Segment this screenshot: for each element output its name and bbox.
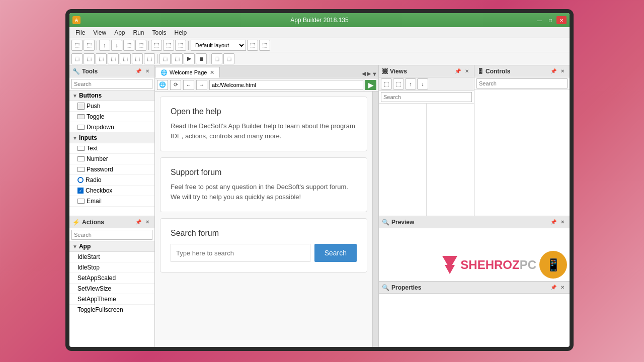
list-item[interactable]: Dropdown bbox=[69, 122, 154, 133]
list-item[interactable]: SetAppScaled bbox=[69, 273, 154, 284]
tb-btn-2[interactable]: ⬚ bbox=[84, 40, 95, 51]
url-forward-btn[interactable]: → bbox=[196, 80, 207, 90]
url-input[interactable] bbox=[209, 80, 363, 90]
list-item[interactable]: Toggle bbox=[69, 112, 154, 122]
search-forum-title: Search forum bbox=[171, 229, 357, 238]
list-item[interactable]: IdleStop bbox=[69, 262, 154, 273]
tb-btn-5[interactable]: ⬚ bbox=[151, 40, 162, 51]
app-actions-section[interactable]: ▼ App bbox=[69, 241, 154, 252]
tb2-btn-9[interactable]: ⬚ bbox=[172, 53, 183, 64]
layout-dropdown[interactable]: Default layout bbox=[191, 40, 246, 51]
tb-btn-3[interactable]: ⬚ bbox=[123, 40, 134, 51]
maximize-button[interactable]: □ bbox=[545, 16, 555, 24]
support-card: Support forum Feel free to post any ques… bbox=[160, 157, 367, 212]
url-icon-btn[interactable]: 🌐 bbox=[157, 80, 168, 90]
tb2-btn-8[interactable]: ⬚ bbox=[159, 53, 171, 64]
menu-run[interactable]: Run bbox=[129, 28, 148, 37]
views-tb-btn-down[interactable]: ↓ bbox=[417, 78, 428, 89]
minimize-button[interactable]: — bbox=[534, 16, 544, 24]
tb-btn-9[interactable]: ⬚ bbox=[259, 40, 270, 51]
tb-sep-2 bbox=[148, 41, 149, 50]
center-panel: 🌐 Welcome Page ✕ ◀ ▶ ▼ 🌐 ⟳ ← → bbox=[155, 65, 378, 347]
list-item[interactable]: Password bbox=[69, 164, 154, 175]
actions-search-input[interactable] bbox=[71, 230, 152, 240]
logo-circle-icon: 📱 bbox=[539, 251, 567, 279]
tb2-btn-12[interactable]: ⬚ bbox=[211, 53, 222, 64]
views-tb-btn-up[interactable]: ↑ bbox=[405, 78, 416, 89]
tb-btn-8[interactable]: ⬚ bbox=[247, 40, 258, 51]
tb2-btn-2[interactable]: ⬚ bbox=[84, 53, 95, 64]
menu-help[interactable]: Help bbox=[171, 28, 191, 37]
number-label: Number bbox=[87, 155, 108, 162]
views-tb-btn-1[interactable]: ⬚ bbox=[381, 78, 392, 89]
main-toolbar: ⬚ ⬚ ↑ ↓ ⬚ ⬚ ⬚ ⬚ ⬚ Default layout ⬚ ⬚ bbox=[69, 38, 570, 52]
url-refresh-btn[interactable]: ⟳ bbox=[170, 80, 181, 90]
menu-tools[interactable]: Tools bbox=[148, 28, 171, 37]
tools-search-input[interactable] bbox=[71, 79, 152, 89]
inputs-section[interactable]: ▼ Inputs bbox=[69, 133, 154, 143]
tb-btn-4[interactable]: ⬚ bbox=[135, 40, 146, 51]
views-pin-btn[interactable]: 📌 bbox=[454, 67, 462, 75]
idlestop-label: IdleStop bbox=[77, 264, 100, 271]
forum-search-button[interactable]: Search bbox=[314, 244, 357, 262]
tab-welcome-close[interactable]: ✕ bbox=[210, 69, 214, 76]
url-bar: 🌐 ⟳ ← → ▶ bbox=[155, 78, 378, 92]
menu-app[interactable]: App bbox=[110, 28, 129, 37]
tab-nav-right[interactable]: ▶ bbox=[367, 70, 371, 77]
tab-nav-left[interactable]: ◀ bbox=[362, 70, 366, 77]
list-item[interactable]: SetViewSize bbox=[69, 284, 154, 294]
search-forum-card: Search forum Search bbox=[160, 218, 367, 273]
tb2-btn-13[interactable]: ⬚ bbox=[223, 53, 234, 64]
properties-pin-btn[interactable]: 📌 bbox=[549, 284, 557, 292]
views-search-input[interactable] bbox=[381, 92, 472, 102]
controls-pin-btn[interactable]: 📌 bbox=[549, 67, 557, 75]
tb-btn-down[interactable]: ↓ bbox=[111, 40, 122, 51]
views-tb-btn-2[interactable]: ⬚ bbox=[393, 78, 404, 89]
preview-close-btn[interactable]: ✕ bbox=[558, 218, 567, 226]
tb-btn-6[interactable]: ⬚ bbox=[163, 40, 174, 51]
list-item[interactable]: Text bbox=[69, 143, 154, 154]
list-item[interactable]: SetAppTheme bbox=[69, 294, 154, 305]
tab-welcome[interactable]: 🌐 Welcome Page ✕ bbox=[155, 67, 220, 78]
list-item[interactable]: Push bbox=[69, 101, 154, 112]
tools-pin-btn[interactable]: 📌 bbox=[134, 67, 142, 75]
tools-close-btn[interactable]: ✕ bbox=[143, 67, 151, 75]
tb2-btn-4[interactable]: ⬚ bbox=[108, 53, 119, 64]
tb2-btn-10[interactable]: ▶ bbox=[184, 53, 195, 64]
preview-pin-btn[interactable]: 📌 bbox=[549, 218, 557, 226]
list-item[interactable]: ToggleFullscreen bbox=[69, 305, 154, 315]
list-item[interactable]: Radio bbox=[69, 175, 154, 186]
preview-icon: 🔍 bbox=[382, 219, 389, 226]
page-scrollbar[interactable] bbox=[372, 92, 378, 347]
tb-btn-1[interactable]: ⬚ bbox=[71, 40, 83, 51]
actions-pin-btn[interactable]: 📌 bbox=[134, 218, 142, 226]
forum-search-input[interactable] bbox=[171, 244, 310, 262]
tb2-btn-3[interactable]: ⬚ bbox=[96, 53, 107, 64]
actions-close-btn[interactable]: ✕ bbox=[143, 218, 151, 226]
menu-file[interactable]: File bbox=[71, 28, 89, 37]
tb2-btn-5[interactable]: ⬚ bbox=[120, 53, 131, 64]
close-button[interactable]: ✕ bbox=[556, 16, 567, 24]
url-go-btn[interactable]: ▶ bbox=[365, 80, 376, 90]
controls-search-input[interactable] bbox=[476, 78, 568, 88]
tb2-btn-6[interactable]: ⬚ bbox=[132, 53, 143, 64]
views-title: 🖼 Views bbox=[382, 68, 407, 75]
views-close-btn[interactable]: ✕ bbox=[463, 67, 471, 75]
list-item[interactable]: IdleStart bbox=[69, 252, 154, 262]
tb-btn-up[interactable]: ↑ bbox=[99, 40, 110, 51]
list-item[interactable]: Number bbox=[69, 154, 154, 164]
controls-close-btn[interactable]: ✕ bbox=[558, 67, 567, 75]
tab-nav-menu[interactable]: ▼ bbox=[372, 71, 377, 77]
list-item[interactable]: ✓ Checkbox bbox=[69, 186, 154, 196]
tb-btn-7[interactable]: ⬚ bbox=[175, 40, 186, 51]
url-back-btn[interactable]: ← bbox=[183, 80, 194, 90]
tb2-btn-11[interactable]: ⏹ bbox=[196, 53, 207, 64]
menu-view[interactable]: View bbox=[89, 28, 110, 37]
tb2-btn-1[interactable]: ⬚ bbox=[71, 53, 83, 64]
tb2-btn-7[interactable]: ⬚ bbox=[144, 53, 155, 64]
forum-search-row: Search bbox=[171, 244, 357, 262]
buttons-section[interactable]: ▼ Buttons bbox=[69, 90, 154, 101]
list-item[interactable]: Email bbox=[69, 196, 154, 207]
support-card-text: Feel free to post any question in the De… bbox=[171, 182, 357, 202]
properties-close-btn[interactable]: ✕ bbox=[558, 284, 567, 292]
